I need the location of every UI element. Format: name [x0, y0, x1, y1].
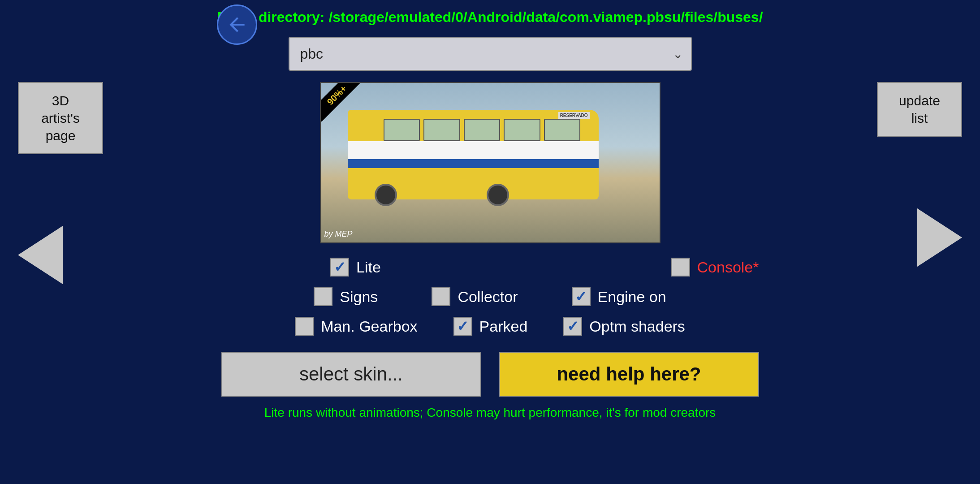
lite-option[interactable]: Lite [330, 258, 381, 277]
select-skin-button[interactable]: select skin... [221, 352, 481, 397]
bus-window [544, 119, 581, 141]
dropdown-wrapper: pbc ⌄ [289, 37, 692, 71]
optm-shaders-label: Optm shaders [589, 318, 685, 335]
badge-container: 90%+ [321, 83, 375, 137]
lite-option-container: Lite [221, 258, 490, 277]
engine-on-label: Engine on [598, 288, 666, 306]
lite-checkbox[interactable] [330, 258, 349, 277]
man-gearbox-option[interactable]: Man. Gearbox [295, 317, 417, 336]
update-list-button[interactable]: update list [877, 82, 962, 137]
man-gearbox-label: Man. Gearbox [321, 318, 417, 335]
badge-90-label: 90%+ [321, 83, 363, 121]
collector-checkbox[interactable] [432, 287, 450, 306]
parked-option[interactable]: Parked [453, 317, 528, 336]
signs-checkbox[interactable] [314, 287, 332, 306]
back-button[interactable] [217, 4, 257, 45]
bus-window [384, 119, 420, 141]
bus-wheel-rear [487, 184, 509, 206]
collector-label: Collector [458, 288, 518, 306]
parked-checkbox[interactable] [453, 317, 472, 336]
optm-shaders-option[interactable]: Optm shaders [563, 317, 685, 336]
middle-row: 3D artist's page [0, 82, 980, 351]
bus-window [504, 119, 540, 141]
right-panel: update list [877, 82, 962, 267]
artist-page-button[interactable]: 3D artist's page [18, 82, 103, 154]
signs-option[interactable]: Signs [314, 287, 378, 306]
bus-blue-stripe [348, 159, 599, 168]
bus-window [464, 119, 501, 141]
bus-body: RESERVADO [348, 110, 599, 199]
bus-credit-label: by MEP [324, 229, 353, 239]
footer-text: Lite runs without animations; Console ma… [264, 406, 716, 420]
bus-scene: RESERVADO 90%+ by MEP [321, 83, 660, 242]
options-row-2: Signs Collector Engine on [221, 287, 759, 306]
left-panel: 3D artist's page [18, 82, 103, 284]
back-icon [226, 13, 248, 36]
optm-shaders-checkbox[interactable] [563, 317, 582, 336]
need-help-button[interactable]: need help here? [499, 352, 759, 397]
collector-option[interactable]: Collector [432, 287, 518, 306]
bus-window [423, 119, 460, 141]
engine-on-checkbox[interactable] [572, 287, 591, 306]
bus-front-sign: RESERVADO [558, 112, 590, 119]
options-inner: Lite Console* [221, 252, 759, 341]
console-option-container: Console* [490, 258, 759, 277]
options-row-3: Man. Gearbox Parked Optm shaders [221, 317, 759, 336]
console-option[interactable]: Console* [671, 258, 759, 277]
signs-label: Signs [340, 288, 378, 306]
mods-directory-text: Mods directory: /storage/emulated/0/Andr… [217, 9, 763, 26]
options-area: Lite Console* [221, 252, 759, 341]
options-row-1: Lite Console* [221, 258, 759, 277]
top-bar: Mods directory: /storage/emulated/0/Andr… [208, 0, 772, 30]
action-buttons-row: select skin... need help here? [221, 352, 759, 397]
console-checkbox[interactable] [671, 258, 690, 277]
dropdown-container: pbc ⌄ [289, 37, 692, 71]
engine-on-option[interactable]: Engine on [572, 287, 666, 306]
parked-label: Parked [479, 318, 528, 335]
bus-preview-image: RESERVADO 90%+ by MEP [320, 82, 661, 243]
center-panel: RESERVADO 90%+ by MEP [221, 82, 759, 420]
bus-white-stripe [348, 141, 599, 159]
lite-label: Lite [356, 259, 381, 276]
bus-wheel-front [375, 184, 397, 206]
next-arrow-button[interactable] [917, 208, 962, 267]
bus-windows [384, 119, 581, 141]
console-label: Console* [697, 259, 759, 276]
prev-arrow-button[interactable] [18, 226, 63, 284]
bus-wheels [375, 184, 509, 206]
app-layout: Mods directory: /storage/emulated/0/Andr… [0, 0, 980, 351]
man-gearbox-checkbox[interactable] [295, 317, 314, 336]
mod-dropdown[interactable]: pbc [289, 37, 692, 71]
